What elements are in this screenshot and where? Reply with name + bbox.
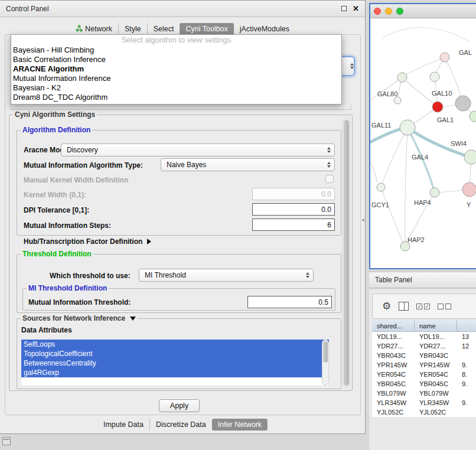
- table-row[interactable]: YDL19...YDL19...13: [372, 332, 476, 341]
- deselect-all-icon[interactable]: [438, 304, 451, 309]
- tab-jactivemodules[interactable]: jActiveModules: [234, 23, 295, 35]
- zoom-traffic-light[interactable]: [396, 8, 403, 15]
- kernel-width-input[interactable]: [252, 188, 335, 200]
- table-cell: YDL19...: [415, 332, 457, 341]
- tab-network[interactable]: Network: [70, 23, 118, 35]
- algorithm-option-bayesian-hill-climbing[interactable]: Bayesian - Hill Climbing: [11, 45, 341, 55]
- network-node[interactable]: [455, 96, 471, 111]
- mi-threshold-input[interactable]: [247, 296, 332, 308]
- table-row[interactable]: YER054CYER054C8.: [372, 370, 476, 379]
- splitter-collapse-arrow[interactable]: ◂: [361, 217, 364, 223]
- table-cell: YDL19...: [372, 332, 415, 341]
- close-icon[interactable]: ✕: [353, 4, 359, 13]
- kernel-width-label: Kernel Width (0,1):: [24, 191, 86, 199]
- algorithm-option-mutual-information-inference[interactable]: Mutual Information Inference: [11, 74, 341, 83]
- network-node[interactable]: [394, 97, 401, 104]
- tab-infer-network[interactable]: Infer Network: [212, 419, 268, 431]
- table-row[interactable]: YLR345WYLR345W9.: [372, 398, 476, 407]
- attribute-item-betweennesscentrality[interactable]: BetweennessCentrality: [21, 358, 329, 368]
- table-row[interactable]: YDR27...YDR27...12: [372, 341, 476, 351]
- float-window-icon[interactable]: [341, 6, 347, 11]
- column-header-shared[interactable]: shared...: [372, 320, 415, 332]
- tab-select[interactable]: Select: [147, 23, 180, 35]
- hub-definition-label: Hub/Transcription Factor Definition: [24, 237, 142, 246]
- network-graph[interactable]: GALGAL80GAL10GAL11GAL1SWI4GAL4GCY1HAP4HA…: [370, 18, 476, 268]
- settings-scrollbar-thumb[interactable]: [344, 120, 349, 386]
- aracne-mode-value: Discovery: [67, 146, 98, 154]
- column-header-extra[interactable]: [457, 320, 476, 332]
- top-tab-bar: NetworkStyleSelectCyni ToolboxjActiveMod…: [70, 22, 295, 35]
- aracne-mode-select[interactable]: Discovery: [61, 144, 335, 156]
- network-node[interactable]: [430, 72, 439, 81]
- control-panel-titlebar[interactable]: Control Panel ✕: [0, 1, 365, 17]
- mi-algorithm-type-label: Mutual Information Algorithm Type:: [24, 161, 143, 169]
- network-node[interactable]: [400, 120, 415, 135]
- select-all-icon[interactable]: ✓ ✓: [416, 304, 430, 309]
- settings-scrollbar[interactable]: [343, 118, 350, 387]
- algorithm-option-aracne-algorithm[interactable]: ARACNE Algorithm: [11, 64, 341, 74]
- attribute-item-topologicalcoefficient[interactable]: TopologicalCoefficient: [21, 349, 329, 358]
- algorithm-popup-items: Bayesian - Hill ClimbingBasic Correlatio…: [11, 45, 341, 102]
- network-edge: [370, 155, 377, 182]
- tab-discretize-data[interactable]: Discretize Data: [149, 419, 212, 431]
- mi-algorithm-type-select[interactable]: Naive Bayes: [161, 158, 335, 171]
- attribute-item-selfloops[interactable]: SelfLoops: [21, 340, 329, 349]
- tab-cyni-toolbox[interactable]: Cyni Toolbox: [180, 23, 233, 35]
- mi-steps-input[interactable]: [252, 219, 335, 231]
- minimize-traffic-light[interactable]: [385, 8, 392, 15]
- tab-label: Style: [125, 25, 141, 33]
- data-attributes-list[interactable]: SelfLoopsTopologicalCoefficientBetweenne…: [21, 340, 329, 385]
- attribute-item-gal4rgexp[interactable]: gal4RGexp: [21, 368, 329, 377]
- which-threshold-select[interactable]: MI Threshold: [139, 269, 314, 282]
- close-traffic-light[interactable]: [374, 8, 381, 15]
- table-row[interactable]: YPR145WYPR145W9.: [372, 360, 476, 370]
- table-toolbar: ⚙ ✓ ✓: [372, 294, 476, 319]
- network-node[interactable]: [377, 183, 385, 191]
- table-row[interactable]: YBR043CYBR043C: [372, 351, 476, 360]
- checked-box-icon: ✓: [424, 304, 430, 309]
- column-header-name[interactable]: name: [415, 320, 457, 332]
- manual-kernel-width-checkbox[interactable]: [325, 175, 334, 183]
- network-node[interactable]: [440, 53, 449, 62]
- network-window-titlebar[interactable]: [370, 4, 476, 18]
- network-node[interactable]: [462, 182, 476, 197]
- mini-panel-icon[interactable]: [2, 437, 11, 445]
- table-row[interactable]: YJL052CYJL052C: [372, 407, 476, 417]
- table-cell: YLR345W: [415, 398, 457, 407]
- table-panel-titlebar[interactable]: Table Panel: [369, 272, 476, 288]
- network-node[interactable]: [432, 102, 443, 112]
- apply-button[interactable]: Apply: [159, 399, 200, 412]
- node-label: Y: [467, 201, 471, 208]
- tab-impute-data[interactable]: Impute Data: [97, 419, 149, 431]
- tab-label: Cyni Toolbox: [185, 25, 227, 33]
- hub-definition-section[interactable]: Hub/Transcription Factor Definition: [24, 237, 151, 246]
- network-node[interactable]: [430, 188, 439, 197]
- node-label: GAL4: [412, 154, 428, 161]
- algorithm-option-dream8-dc-tdc-algorithm[interactable]: Dream8 DC_TDC Algorithm: [11, 93, 341, 102]
- network-node[interactable]: [464, 150, 476, 164]
- tab-label: Impute Data: [103, 420, 144, 429]
- sources-group-title-wrap[interactable]: Sources for Network Inference: [21, 314, 138, 322]
- control-panel-title: Control Panel: [6, 5, 341, 13]
- dpi-tolerance-input[interactable]: [252, 203, 335, 216]
- algorithm-option-basic-correlation-inference[interactable]: Basic Correlation Inference: [11, 55, 341, 64]
- tab-label: Select: [154, 25, 174, 33]
- gear-icon[interactable]: ⚙: [382, 301, 391, 311]
- dpi-tolerance-label: DPI Tolerance [0,1]:: [24, 206, 89, 214]
- attributes-scrollbar[interactable]: [322, 340, 329, 385]
- network-canvas[interactable]: GALGAL80GAL10GAL11GAL1SWI4GAL4GCY1HAP4HA…: [370, 18, 476, 268]
- table-cell: YBR043C: [372, 351, 415, 360]
- table-cell: YDR27...: [415, 341, 457, 351]
- attributes-scrollbar-thumb[interactable]: [323, 341, 328, 363]
- network-node[interactable]: [397, 73, 407, 82]
- stepper-icon: [347, 63, 354, 69]
- table-row[interactable]: YBL079WYBL079W: [372, 389, 476, 398]
- tab-style[interactable]: Style: [118, 23, 147, 35]
- checked-box-icon: ✓: [416, 304, 422, 309]
- node-label: GAL10: [432, 90, 452, 97]
- network-node[interactable]: [470, 111, 476, 122]
- table-row[interactable]: YBR045CYBR045C9.: [372, 379, 476, 389]
- sources-group-title: Sources for Network Inference: [22, 314, 125, 322]
- algorithm-option-bayesian-k2[interactable]: Bayesian - K2: [11, 83, 341, 93]
- columns-icon[interactable]: [399, 302, 409, 311]
